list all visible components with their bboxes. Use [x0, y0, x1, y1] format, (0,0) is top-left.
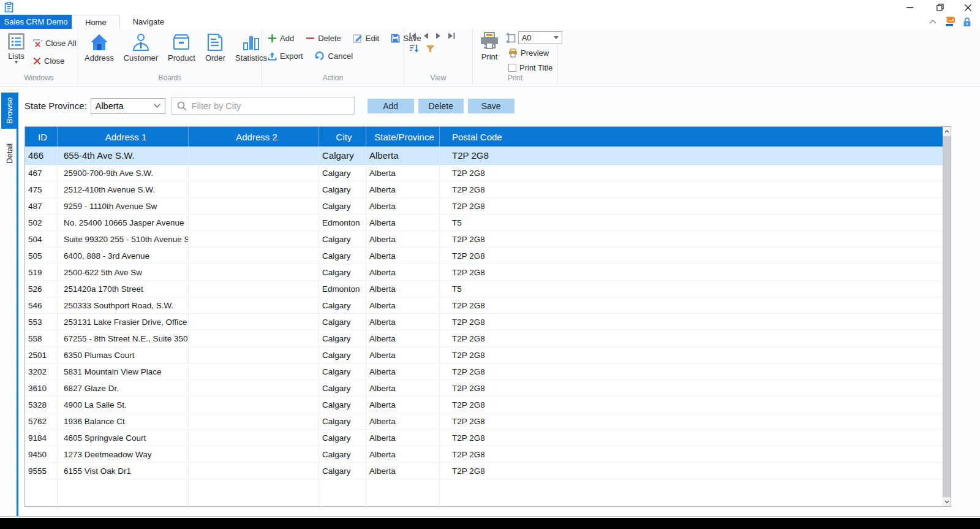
column-header-id[interactable]: ID: [25, 127, 58, 147]
print-title-checkbox[interactable]: [508, 64, 516, 72]
table-row[interactable]: 25016350 Plumas CourtCalgaryAlbertaT2P 2…: [25, 347, 943, 363]
cancel-label: Cancel: [328, 51, 353, 61]
nav-next-icon[interactable]: [435, 32, 441, 39]
cell-postal: T5: [440, 215, 943, 230]
cell-state: Alberta: [366, 248, 440, 264]
filter-bar: State Province: Alberta Add Delete Save: [24, 97, 514, 115]
nav-previous-icon[interactable]: [423, 32, 429, 39]
table-row[interactable]: 553253131 Lake Frasier Drive, Office N..…: [25, 314, 943, 330]
table-row[interactable]: 5192500-622 5th Ave SwCalgaryAlbertaT2P …: [25, 264, 943, 281]
cell-address1: 4900 La Salle St.: [58, 397, 189, 413]
grid-save-button[interactable]: Save: [468, 99, 514, 113]
column-header-postal[interactable]: Postal Code: [440, 127, 943, 147]
cell-city: Calgary: [319, 181, 366, 197]
grid-delete-button[interactable]: Delete: [418, 99, 464, 113]
restore-button[interactable]: [928, 0, 952, 15]
column-header-city[interactable]: City: [319, 127, 366, 147]
cell-city: Calgary: [319, 165, 366, 181]
paper-size-value: A0: [522, 34, 531, 42]
close-button[interactable]: Close: [31, 52, 78, 70]
scroll-down-icon[interactable]: [943, 497, 951, 506]
sort-icon[interactable]: [409, 44, 419, 53]
order-button[interactable]: Order: [202, 32, 229, 64]
table-row[interactable]: 32025831 Mountain View PlaceCalgaryAlber…: [25, 363, 943, 380]
table-row[interactable]: 57621936 Balance CtCalgaryAlbertaT2P 2G8: [25, 413, 943, 430]
grid-add-button[interactable]: Add: [368, 99, 414, 113]
cell-id: 553: [25, 314, 58, 330]
state-province-value: Alberta: [96, 101, 124, 111]
preview-button[interactable]: Preview: [507, 47, 562, 59]
delete-button[interactable]: Delete: [304, 31, 343, 45]
cell-id: 5762: [25, 413, 58, 429]
table-row[interactable]: 95556155 Vist Oak Dr1CalgaryAlbertaT2P 2…: [25, 463, 943, 479]
side-tab-browse[interactable]: Browse: [1, 93, 18, 129]
table-row[interactable]: 94501273 Deetmeadow WayCalgaryAlbertaT2P…: [25, 446, 943, 463]
vertical-scrollbar[interactable]: [943, 127, 951, 506]
cell-address1: 250333 Southport Road, S.W.: [58, 297, 189, 313]
table-row[interactable]: 91844605 Springvale CourtCalgaryAlbertaT…: [25, 430, 943, 446]
column-header-address2[interactable]: Address 2: [189, 127, 319, 147]
column-header-state[interactable]: State/Province: [366, 127, 440, 147]
table-row[interactable]: 53284900 La Salle St.CalgaryAlbertaT2P 2…: [25, 397, 943, 413]
close-all-button[interactable]: Close All: [31, 34, 78, 52]
cell-state: Alberta: [366, 397, 440, 413]
state-province-label: State Province:: [24, 101, 87, 111]
nav-last-icon[interactable]: [448, 32, 455, 39]
table-row[interactable]: 4879259 - 1110th Avenue SwCalgaryAlberta…: [25, 198, 943, 215]
collapse-ribbon-icon[interactable]: [929, 20, 937, 24]
table-row[interactable]: 504Suite 99320 255 - 510th Avenue S.W.Ca…: [25, 231, 943, 248]
group-label-print: Print: [473, 74, 557, 86]
table-row[interactable]: 36106827 Glaze Dr.CalgaryAlbertaT2P 2G8: [25, 380, 943, 397]
cell-address1: 9259 - 1110th Avenue Sw: [58, 198, 189, 214]
add-button[interactable]: Add: [266, 31, 296, 45]
print-label: Print: [481, 52, 498, 61]
nav-first-icon[interactable]: [409, 32, 417, 39]
customer-button[interactable]: Customer: [120, 32, 162, 64]
edit-button[interactable]: Edit: [351, 31, 381, 45]
cell-postal: T2P 2G8: [440, 347, 943, 363]
minimize-button[interactable]: [897, 0, 922, 15]
table-row[interactable]: 502No. 25400 10665 Jasper AvenueEdmonton…: [25, 215, 943, 231]
cell-city: Edmonton: [319, 215, 366, 230]
lists-button[interactable]: Lists ▼: [4, 32, 29, 74]
cell-address2: [189, 380, 319, 396]
ribbon-tab-row: Sales CRM Demo Home Navigate: [0, 15, 980, 29]
export-button[interactable]: Export: [266, 48, 305, 63]
table-row[interactable]: 46725900-700-9th Ave S.W.CalgaryAlbertaT…: [25, 165, 943, 181]
person-icon: [132, 33, 150, 51]
cancel-button[interactable]: Cancel: [313, 48, 355, 63]
cell-address1: 25900-700-9th Ave S.W.: [58, 165, 189, 181]
product-button[interactable]: Product: [164, 32, 199, 64]
print-button[interactable]: Print: [478, 31, 501, 74]
cell-id: 5328: [25, 397, 58, 413]
cell-city: Edmonton: [319, 281, 366, 297]
side-tab-detail[interactable]: Detail: [1, 136, 18, 170]
paper-size-select[interactable]: A0: [518, 31, 562, 44]
address-button[interactable]: Address: [81, 32, 118, 64]
column-header-address1[interactable]: Address 1: [58, 127, 189, 147]
scrollbar-thumb[interactable]: [943, 136, 951, 497]
cell-address2: [189, 446, 319, 462]
app-menu-tab[interactable]: Sales CRM Demo: [0, 15, 72, 29]
scroll-up-icon[interactable]: [943, 127, 951, 136]
close-window-button[interactable]: [956, 0, 980, 15]
table-row[interactable]: 4752512-410th Avenue S.W.CalgaryAlbertaT…: [25, 181, 943, 198]
table-row[interactable]: 546250333 Southport Road, S.W.CalgaryAlb…: [25, 297, 943, 314]
print-title-checkbox-row[interactable]: Print Title: [507, 61, 562, 74]
ribbon-group-view: View: [404, 29, 473, 86]
title-bar: [0, 0, 980, 15]
table-row[interactable]: 55867255 - 8th Street N.E., Suite 350Cal…: [25, 330, 943, 347]
tab-navigate[interactable]: Navigate: [120, 15, 177, 29]
ribbon-group-action: Add Delete Edit: [262, 29, 404, 86]
cell-postal: T2P 2G8: [440, 446, 943, 462]
city-filter-input[interactable]: [192, 101, 349, 111]
tab-home[interactable]: Home: [72, 15, 120, 29]
print-title-label: Print Title: [519, 63, 552, 72]
table-row[interactable]: 5056400, 888 - 3rd AvenueCalgaryAlbertaT…: [25, 248, 943, 264]
state-province-select[interactable]: Alberta: [91, 98, 165, 114]
table-row[interactable]: 526251420a 170th StreetEdmontonAlbertaT5: [25, 281, 943, 297]
table-row[interactable]: 466655-4th Ave S.W.CalgaryAlbertaT2P 2G8: [25, 147, 943, 165]
cell-id: 2501: [25, 347, 58, 363]
desktop-background: [0, 518, 980, 529]
filter-icon[interactable]: [426, 45, 435, 53]
